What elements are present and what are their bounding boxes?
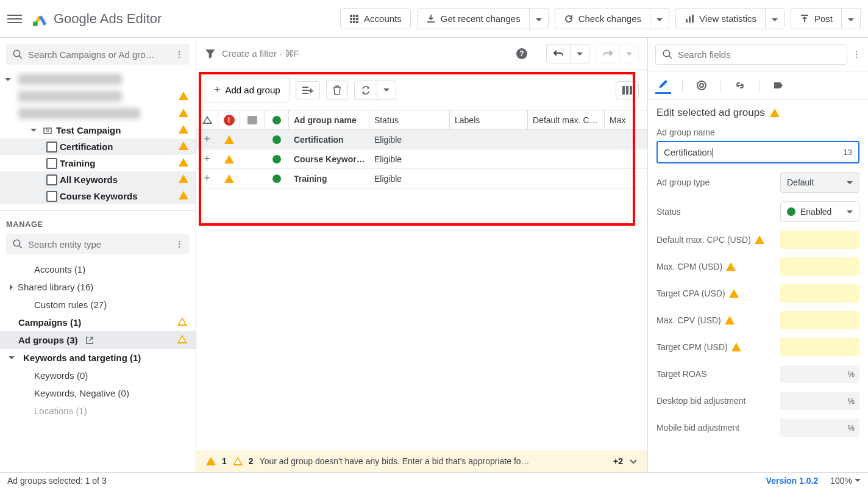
label-max-cpm: Max. CPM (USD)	[656, 262, 774, 271]
replace-dropdown[interactable]	[377, 81, 396, 100]
svg-point-32	[700, 84, 703, 87]
tree-account-row[interactable]	[0, 71, 196, 88]
col-max[interactable]: Max	[605, 110, 647, 129]
replace-button[interactable]	[354, 81, 377, 100]
check-changes-label: Check changes	[578, 13, 641, 24]
right-more-icon[interactable]: ⋮	[852, 49, 861, 59]
col-name[interactable]: Ad group name	[289, 110, 369, 129]
col-comment[interactable]	[240, 110, 265, 129]
check-changes-dropdown[interactable]	[650, 8, 669, 29]
input-mobile-bid[interactable]: %	[780, 418, 859, 437]
tree-subaccount-row[interactable]	[0, 105, 196, 122]
zoom-control[interactable]: 100%	[830, 476, 861, 486]
input-desktop-bid[interactable]: %	[780, 392, 859, 410]
warning-message: Your ad group doesn't have any bids. Ent…	[260, 456, 607, 466]
tab-target[interactable]	[694, 77, 710, 93]
fields-search-input[interactable]	[678, 49, 841, 60]
delete-button[interactable]	[326, 81, 348, 100]
post-label: Post	[814, 13, 833, 24]
tree-adgroup-all-keywords[interactable]: All Keywords	[0, 171, 196, 188]
check-changes-button[interactable]: Check changes	[555, 8, 650, 29]
multi-edit-button[interactable]	[296, 81, 320, 99]
col-status-dot[interactable]	[265, 110, 289, 129]
entity-locations[interactable]: Locations (1)	[0, 402, 196, 420]
input-default-cpc[interactable]	[780, 231, 859, 249]
get-recent-label: Get recent changes	[441, 13, 521, 24]
entity-accounts[interactable]: Accounts (1)	[0, 260, 196, 278]
input-target-roas[interactable]: %	[780, 365, 859, 383]
tab-label[interactable]	[770, 77, 786, 93]
tree-campaign-row[interactable]: Test Campaign	[0, 122, 196, 138]
label-status: Status	[656, 207, 774, 217]
entity-keywords[interactable]: Keywords (0)	[0, 367, 196, 384]
warning-bar[interactable]: 1 2 Your ad group doesn't have any bids.…	[196, 450, 647, 472]
entity-search-more-icon[interactable]: ⋮	[175, 239, 183, 249]
filter-placeholder: Create a filter · ⌘F	[222, 48, 299, 59]
grid-row[interactable]: + Training Eligible	[196, 169, 647, 188]
campaign-search-more-icon[interactable]: ⋮	[175, 49, 183, 59]
status-select[interactable]: Enabled	[780, 201, 859, 222]
input-max-cpm[interactable]	[780, 257, 859, 276]
input-target-cpa[interactable]	[780, 284, 859, 303]
grid-row[interactable]: + Course Keywor… Eligible	[196, 149, 647, 169]
campaign-icon	[43, 126, 52, 135]
view-stats-button[interactable]: View statistics	[675, 8, 766, 29]
name-input[interactable]: Certification 13	[656, 141, 859, 163]
columns-icon	[622, 86, 632, 95]
entity-campaigns[interactable]: Campaigns (1)	[0, 314, 196, 331]
view-stats-dropdown[interactable]	[766, 8, 784, 29]
col-default-max[interactable]: Default max. C…	[528, 110, 605, 129]
svg-rect-9	[356, 21, 358, 23]
label-max-cpv: Max. CPV (USD)	[656, 315, 774, 325]
entity-keywords-negative[interactable]: Keywords, Negative (0)	[0, 384, 196, 402]
entity-keywords-targeting[interactable]: Keywords and targeting (1)	[0, 349, 196, 367]
top-bar: Google Ads Editor Accounts Get recent ch…	[0, 0, 868, 38]
svg-point-13	[13, 50, 20, 57]
col-status[interactable]: Status	[369, 110, 450, 129]
columns-button[interactable]	[616, 81, 639, 99]
entity-custom-rules[interactable]: Custom rules (27)	[0, 296, 196, 314]
tree-adgroup-certification[interactable]: Certification	[0, 138, 196, 155]
manage-section-label: MANAGE	[0, 214, 196, 234]
campaign-search[interactable]: ⋮	[6, 44, 190, 65]
grid-row[interactable]: + Certification Eligible	[196, 130, 647, 149]
accounts-label: Accounts	[364, 13, 402, 24]
tree-adgroup-course-keywords[interactable]: Course Keywords	[0, 188, 196, 204]
entity-search-input[interactable]	[28, 239, 170, 249]
tree-item-label: Course Keywords	[60, 191, 175, 201]
tree-subaccount-row[interactable]	[0, 88, 196, 105]
post-dropdown[interactable]	[842, 8, 861, 29]
add-ad-group-button[interactable]: +Add ad group	[205, 77, 290, 102]
col-labels[interactable]: Labels	[450, 110, 528, 129]
col-error[interactable]: !	[218, 110, 240, 129]
fields-search[interactable]	[655, 44, 847, 65]
help-icon[interactable]: ?	[516, 48, 528, 60]
tab-link[interactable]	[732, 77, 748, 93]
accounts-button[interactable]: Accounts	[340, 8, 411, 29]
get-recent-dropdown[interactable]	[530, 8, 549, 29]
hamburger-menu-icon[interactable]	[7, 12, 22, 26]
campaign-search-input[interactable]	[28, 49, 170, 60]
undo-button[interactable]	[546, 44, 571, 63]
post-button[interactable]: Post	[791, 8, 842, 29]
redo-button[interactable]	[596, 44, 620, 63]
label-icon	[773, 80, 784, 91]
get-recent-button[interactable]: Get recent changes	[417, 8, 530, 29]
adgroup-icon	[48, 159, 56, 168]
collapse-icon[interactable]	[629, 457, 638, 465]
undo-dropdown[interactable]	[571, 44, 589, 63]
input-target-cpm[interactable]	[780, 338, 859, 356]
undo-group	[546, 44, 589, 63]
col-delta[interactable]	[196, 110, 218, 129]
entity-search[interactable]: ⋮	[6, 234, 190, 254]
filter-input-area[interactable]: Create a filter · ⌘F	[205, 48, 510, 59]
input-max-cpv[interactable]	[780, 311, 859, 329]
redo-dropdown[interactable]	[620, 44, 639, 63]
svg-rect-15	[44, 128, 51, 134]
tree-adgroup-training[interactable]: Training	[0, 155, 196, 171]
type-select[interactable]: Default	[780, 172, 859, 193]
entity-shared-library[interactable]: Shared library (16)	[0, 278, 196, 296]
tab-edit[interactable]	[655, 76, 671, 94]
entity-ad-groups[interactable]: Ad groups (3)	[0, 331, 196, 349]
version-label[interactable]: Version 1.0.2	[766, 476, 819, 486]
